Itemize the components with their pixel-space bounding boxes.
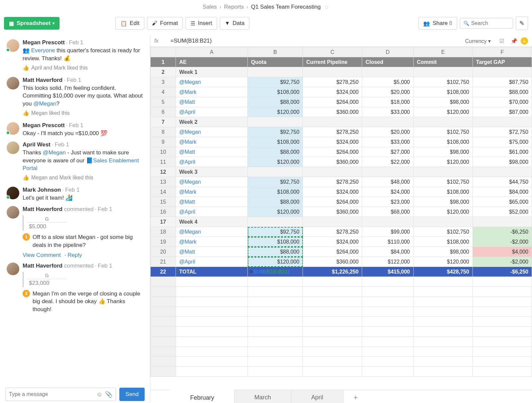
- closed-cell[interactable]: $18,000: [362, 97, 413, 107]
- closed-cell[interactable]: $68,000: [362, 207, 413, 217]
- pipeline-cell[interactable]: $264,000: [303, 247, 362, 257]
- gap-cell[interactable]: -$6,250: [472, 227, 532, 237]
- format-button[interactable]: 🖌Format: [147, 17, 183, 30]
- pipeline-cell[interactable]: $360,000: [303, 107, 362, 117]
- pipeline-cell[interactable]: $278,250: [303, 127, 362, 137]
- mention[interactable]: @Megan: [33, 101, 56, 107]
- row-header[interactable]: 13: [151, 177, 176, 187]
- sheet-tab-february[interactable]: February: [170, 390, 234, 403]
- avatar[interactable]: [7, 77, 19, 90]
- row-header[interactable]: [151, 337, 176, 347]
- row-header[interactable]: [151, 277, 176, 287]
- closed-cell[interactable]: $23,000: [362, 197, 413, 207]
- closed-cell[interactable]: $20,000: [362, 127, 413, 137]
- cell[interactable]: [413, 277, 472, 287]
- cell[interactable]: [413, 307, 472, 317]
- ae-cell[interactable]: @Megan: [176, 77, 247, 87]
- commit-cell[interactable]: $98,000: [413, 197, 472, 207]
- cell[interactable]: [413, 67, 472, 77]
- commit-cell[interactable]: $120,000: [413, 207, 472, 217]
- ae-cell[interactable]: @Mark: [176, 237, 247, 247]
- row-header[interactable]: 11: [151, 157, 176, 167]
- comment-badge[interactable]: 1: [23, 233, 30, 241]
- commit-cell[interactable]: $98,000: [413, 97, 472, 107]
- cell[interactable]: [248, 297, 303, 307]
- quota-cell[interactable]: $120,000: [248, 257, 303, 267]
- row-header[interactable]: 10: [151, 147, 176, 157]
- mention[interactable]: @Megan: [43, 149, 66, 156]
- cell[interactable]: [176, 327, 247, 337]
- cell[interactable]: [413, 337, 472, 347]
- quota-cell[interactable]: $92,750: [248, 77, 303, 87]
- total-label[interactable]: TOTAL: [176, 267, 247, 277]
- gap-cell[interactable]: $65,000: [472, 197, 532, 207]
- header-gap[interactable]: Target GAP: [472, 57, 532, 67]
- row-header[interactable]: 7: [151, 117, 176, 127]
- cell[interactable]: [413, 367, 472, 377]
- quota-cell[interactable]: $88,000: [248, 247, 303, 257]
- cell[interactable]: [176, 317, 247, 327]
- pipeline-cell[interactable]: $324,000: [303, 87, 362, 97]
- quota-cell[interactable]: $88,000: [248, 197, 303, 207]
- cell[interactable]: [362, 167, 413, 177]
- cell[interactable]: [472, 67, 532, 77]
- gap-cell[interactable]: $87,000: [472, 107, 532, 117]
- col-header-A[interactable]: A: [176, 47, 247, 57]
- message-input[interactable]: [9, 391, 94, 397]
- cell[interactable]: [362, 297, 413, 307]
- cell[interactable]: [362, 287, 413, 297]
- cell[interactable]: [248, 167, 303, 177]
- data-button[interactable]: ▼Data: [220, 17, 250, 30]
- cell[interactable]: [176, 287, 247, 297]
- gap-cell[interactable]: $4,000: [472, 247, 532, 257]
- cell[interactable]: [248, 217, 303, 227]
- pipeline-cell[interactable]: $360,000: [303, 157, 362, 167]
- cell[interactable]: [472, 117, 532, 127]
- cell[interactable]: [303, 347, 362, 357]
- cell[interactable]: [472, 217, 532, 227]
- closed-cell[interactable]: $84,000: [362, 247, 413, 257]
- closed-cell[interactable]: $110,000: [362, 237, 413, 247]
- cell[interactable]: [303, 367, 362, 377]
- cell[interactable]: [248, 317, 303, 327]
- gap-cell[interactable]: $98,000: [472, 157, 532, 167]
- header-pipeline[interactable]: Current Pipeline: [303, 57, 362, 67]
- avatar[interactable]: [7, 39, 19, 52]
- cell[interactable]: [248, 307, 303, 317]
- quota-cell[interactable]: $92,750: [248, 177, 303, 187]
- reaction[interactable]: 👍Megan liked this: [23, 110, 145, 116]
- corner-cell[interactable]: [151, 47, 176, 57]
- col-header-B[interactable]: B: [248, 47, 303, 57]
- send-button[interactable]: Send: [119, 388, 145, 401]
- cell[interactable]: [362, 117, 413, 127]
- gap-cell[interactable]: $44,750: [472, 177, 532, 187]
- closed-cell[interactable]: $5,000: [362, 77, 413, 87]
- total-closed[interactable]: $415,000: [362, 267, 413, 277]
- cell[interactable]: [413, 217, 472, 227]
- cell[interactable]: [472, 307, 532, 317]
- cell[interactable]: [303, 317, 362, 327]
- compose-button[interactable]: ✎: [516, 17, 528, 30]
- mention[interactable]: 👥 Everyone: [23, 47, 55, 54]
- cell[interactable]: [413, 167, 472, 177]
- post-author[interactable]: April West: [23, 141, 51, 148]
- avatar[interactable]: [7, 141, 19, 154]
- cell[interactable]: [362, 307, 413, 317]
- row-header[interactable]: [151, 357, 176, 367]
- pipeline-cell[interactable]: $264,000: [303, 147, 362, 157]
- sheet-tab-april[interactable]: April: [291, 390, 343, 403]
- cell[interactable]: [413, 347, 472, 357]
- cell[interactable]: [362, 317, 413, 327]
- gap-cell[interactable]: $72,750: [472, 127, 532, 137]
- pipeline-cell[interactable]: $278,250: [303, 227, 362, 237]
- quota-cell[interactable]: $120,000: [248, 107, 303, 117]
- quota-cell[interactable]: $120,000: [248, 157, 303, 167]
- insert-button[interactable]: ☰Insert: [186, 17, 217, 30]
- cell[interactable]: [472, 367, 532, 377]
- commit-cell[interactable]: $108,000: [413, 237, 472, 247]
- ae-cell[interactable]: @Mark: [176, 137, 247, 147]
- gap-cell[interactable]: -$2,000: [472, 257, 532, 267]
- post-author[interactable]: Mark Johnson: [23, 187, 61, 193]
- cell[interactable]: [176, 357, 247, 367]
- cell[interactable]: [303, 327, 362, 337]
